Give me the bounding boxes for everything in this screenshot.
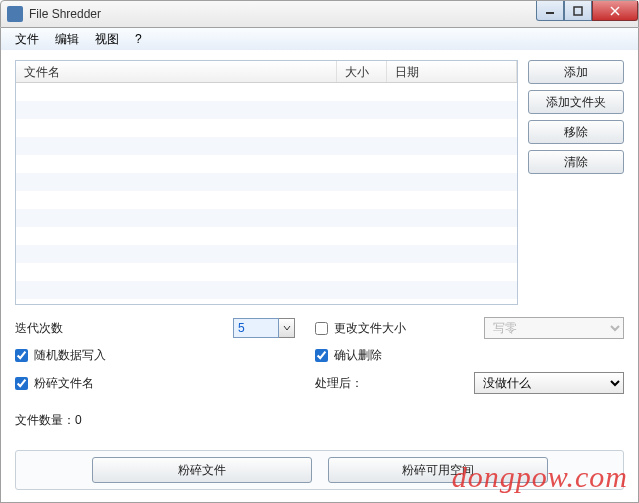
confirm-delete-checkbox[interactable]	[315, 349, 328, 362]
chevron-down-icon[interactable]	[279, 318, 295, 338]
shred-files-button[interactable]: 粉碎文件	[92, 457, 312, 483]
window-controls	[536, 1, 638, 21]
change-size-label: 更改文件大小	[334, 320, 406, 337]
titlebar: File Shredder	[0, 0, 639, 28]
change-size-checkbox[interactable]	[315, 322, 328, 335]
maximize-button[interactable]	[564, 1, 592, 21]
col-size[interactable]: 大小	[337, 61, 387, 82]
random-write-label: 随机数据写入	[34, 347, 106, 364]
shred-freespace-button[interactable]: 粉碎可用空间	[328, 457, 548, 483]
list-header: 文件名 大小 日期	[16, 61, 517, 83]
add-button[interactable]: 添加	[528, 60, 624, 84]
list-body[interactable]	[16, 83, 517, 304]
bottom-bar: 粉碎文件 粉碎可用空间	[15, 450, 624, 490]
window-title: File Shredder	[29, 7, 101, 21]
file-count-label: 文件数量：0	[15, 412, 624, 429]
client-area: 文件名 大小 日期 添加 添加文件夹 移除 清除 迭代次数 更改文件大小 写零	[0, 50, 639, 503]
file-list[interactable]: 文件名 大小 日期	[15, 60, 518, 305]
app-icon	[7, 6, 23, 22]
close-button[interactable]	[592, 1, 638, 21]
col-date[interactable]: 日期	[387, 61, 517, 82]
random-write-checkbox[interactable]	[15, 349, 28, 362]
iterations-spinner[interactable]	[233, 318, 295, 338]
after-action-select[interactable]: 没做什么	[474, 372, 624, 394]
menu-help[interactable]: ?	[127, 30, 150, 48]
minimize-button[interactable]	[536, 1, 564, 21]
iterations-input[interactable]	[233, 318, 279, 338]
iterations-label: 迭代次数	[15, 320, 63, 337]
remove-button[interactable]: 移除	[528, 120, 624, 144]
confirm-delete-label: 确认删除	[334, 347, 382, 364]
menu-file[interactable]: 文件	[7, 29, 47, 50]
svg-rect-1	[574, 7, 582, 15]
shred-name-label: 粉碎文件名	[34, 375, 94, 392]
clear-button[interactable]: 清除	[528, 150, 624, 174]
menubar: 文件 编辑 视图 ?	[0, 28, 639, 50]
write-mode-select: 写零	[484, 317, 624, 339]
col-name[interactable]: 文件名	[16, 61, 337, 82]
add-folder-button[interactable]: 添加文件夹	[528, 90, 624, 114]
side-buttons: 添加 添加文件夹 移除 清除	[528, 60, 624, 305]
menu-view[interactable]: 视图	[87, 29, 127, 50]
menu-edit[interactable]: 编辑	[47, 29, 87, 50]
shred-name-checkbox[interactable]	[15, 377, 28, 390]
after-label: 处理后：	[315, 375, 363, 392]
